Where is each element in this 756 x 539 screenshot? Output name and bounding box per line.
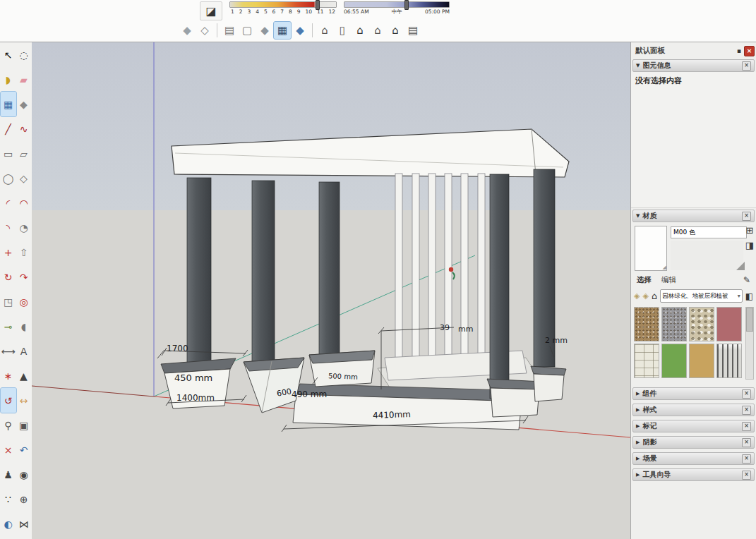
- materials-close-icon[interactable]: ×: [742, 212, 751, 221]
- material-swatch-tan-ochre[interactable]: [689, 344, 714, 378]
- material-swatch-gravel-brown[interactable]: [634, 307, 659, 341]
- offset-tool[interactable]: ◎: [16, 289, 32, 314]
- material-name-input[interactable]: [671, 226, 747, 238]
- time-slider-thumb[interactable]: [404, 0, 409, 10]
- rotated-rectangle-tool[interactable]: ▱: [16, 141, 32, 166]
- section-close-icon[interactable]: ×: [742, 422, 751, 431]
- right-view-button[interactable]: ⌂: [369, 22, 386, 39]
- move-tool[interactable]: +: [1, 240, 16, 265]
- tab-edit[interactable]: 编辑: [661, 275, 676, 285]
- time-slider-bar[interactable]: [344, 1, 450, 8]
- axes-tool[interactable]: ∗: [1, 363, 16, 388]
- date-slider-thumb[interactable]: [316, 0, 320, 10]
- collapse-icon[interactable]: ▶: [636, 440, 640, 445]
- freehand-tool[interactable]: ∿: [16, 116, 32, 141]
- in-model-icon[interactable]: ◧: [745, 291, 753, 301]
- secondary-pane-icon[interactable]: ⊞: [745, 225, 753, 236]
- entity-info-header[interactable]: ▼ 图元信息 ×: [632, 59, 755, 72]
- swatch-scrollbar[interactable]: [745, 307, 754, 380]
- textured-cube-tool[interactable]: ▦: [1, 92, 16, 116]
- xray-style-button[interactable]: ◇: [196, 22, 213, 39]
- pane-resize-corner[interactable]: [736, 262, 745, 270]
- back-edges-style-button[interactable]: ◆: [179, 22, 196, 39]
- home-icon[interactable]: ⌂: [652, 291, 657, 301]
- hidden-line-style-button[interactable]: ▢: [239, 22, 256, 39]
- collapse-icon[interactable]: ▶: [636, 456, 640, 461]
- lasso-tool[interactable]: ◌: [16, 42, 32, 67]
- collapse-icon[interactable]: ▶: [636, 407, 640, 413]
- material-swatch-gravel-gray[interactable]: [661, 307, 687, 341]
- back-arrow-icon[interactable]: ◈: [634, 291, 640, 301]
- section-close-icon[interactable]: ×: [742, 406, 751, 415]
- material-preview-thumbnail[interactable]: ◢: [635, 226, 667, 271]
- panel-section-components[interactable]: ▶组件×: [632, 387, 755, 400]
- select-tool[interactable]: ↖: [1, 42, 16, 67]
- section-close-icon[interactable]: ×: [742, 454, 751, 464]
- materials-header[interactable]: ▼ 材质 ×: [632, 210, 755, 222]
- monochrome-style-button[interactable]: ◆: [292, 22, 308, 39]
- entity-info-close-icon[interactable]: ×: [742, 61, 751, 71]
- pin-icon[interactable]: ▪: [737, 47, 744, 54]
- wireframe-style-button[interactable]: ▤: [221, 22, 238, 39]
- zoom-extents-tool[interactable]: ×: [1, 437, 16, 462]
- section-plane-tool[interactable]: ⊕: [16, 487, 32, 511]
- eraser-tool[interactable]: ▰: [16, 67, 32, 92]
- material-collection-dropdown[interactable]: 园林绿化、地被层和植被 ▾: [660, 289, 742, 303]
- three-point-arc-tool[interactable]: ◝: [1, 215, 16, 240]
- partial-tool-left[interactable]: ◐: [1, 511, 16, 536]
- position-camera-tool[interactable]: ♟: [1, 462, 16, 487]
- two-point-arc-tool[interactable]: ◠: [16, 190, 32, 215]
- section-close-icon[interactable]: ×: [742, 438, 751, 447]
- scale-tool[interactable]: ◳: [1, 289, 16, 314]
- date-slider-bar[interactable]: [229, 1, 337, 8]
- section-close-icon[interactable]: ×: [742, 471, 751, 480]
- material-swatch-mauve-red[interactable]: [716, 307, 742, 341]
- push-pull-tool[interactable]: ⇧: [16, 240, 32, 265]
- section-close-icon[interactable]: ×: [742, 389, 751, 399]
- follow-me-tool[interactable]: ↷: [16, 265, 32, 289]
- rectangle-tool[interactable]: ▭: [1, 141, 16, 166]
- panel-close-button[interactable]: ×: [744, 46, 755, 56]
- shadow-date-slider[interactable]: 123456789101112: [229, 1, 337, 15]
- line-tool[interactable]: ╱: [1, 116, 16, 141]
- collapse-icon[interactable]: ▶: [636, 472, 640, 478]
- forward-arrow-icon[interactable]: ◈: [642, 291, 648, 301]
- collapse-icon[interactable]: ▶: [636, 423, 640, 429]
- text-tool[interactable]: A: [16, 339, 32, 363]
- shaded-style-button[interactable]: ◆: [256, 22, 273, 39]
- partial-tool-right[interactable]: ⋈: [16, 511, 32, 536]
- front-view-button[interactable]: ⌂: [352, 22, 368, 39]
- show-hide-shadows-button[interactable]: ◪: [200, 1, 222, 20]
- 3d-text-tool[interactable]: ▲: [16, 363, 32, 388]
- zoom-tool[interactable]: ⚲: [1, 413, 16, 437]
- top-view-button[interactable]: ▯: [334, 22, 351, 39]
- orbit-tool[interactable]: ↺: [1, 388, 16, 413]
- swatch-scrollbar-thumb[interactable]: [746, 308, 753, 332]
- tape-measure-tool[interactable]: ⊸: [1, 314, 16, 339]
- arc-tool[interactable]: ◜: [1, 190, 16, 215]
- panel-section-scenes[interactable]: ▶场景×: [632, 452, 755, 465]
- panel-section-styles[interactable]: ▶样式×: [632, 404, 755, 416]
- material-swatch-fence-bars[interactable]: [716, 344, 742, 378]
- paint-bucket-tool[interactable]: ◗: [1, 67, 16, 92]
- collapse-icon[interactable]: ▼: [636, 63, 640, 68]
- panel-titlebar[interactable]: 默认面板 ▪ ×: [631, 42, 756, 58]
- material-swatch-pavers-white[interactable]: [634, 344, 659, 378]
- dimension-tool[interactable]: ⟷: [1, 339, 16, 363]
- viewport-canvas[interactable]: [32, 42, 630, 539]
- pie-tool[interactable]: ◔: [16, 215, 32, 240]
- protractor-tool[interactable]: ◖: [16, 314, 32, 339]
- paint-bucket-sample-icon[interactable]: ◨: [745, 240, 754, 250]
- material-swatch-grass-green[interactable]: [661, 344, 687, 378]
- model-viewport[interactable]: 1700450 mm1400mm600490 mm500 mm4410mm39m…: [32, 42, 630, 539]
- collapse-icon[interactable]: ▼: [636, 213, 640, 219]
- left-view-button[interactable]: ▤: [404, 22, 421, 39]
- look-around-tool[interactable]: ◉: [16, 462, 32, 487]
- pan-tool[interactable]: ↔: [16, 388, 32, 413]
- panel-section-instructor[interactable]: ▶工具向导×: [632, 468, 755, 481]
- eyedropper-icon[interactable]: ✎: [743, 275, 750, 285]
- tab-select[interactable]: 选择: [637, 275, 652, 285]
- material-sample-tool[interactable]: ◆: [16, 92, 32, 116]
- shaded-with-textures-style-button[interactable]: ▦: [274, 22, 291, 39]
- panel-section-shadows[interactable]: ▶阴影×: [632, 436, 755, 449]
